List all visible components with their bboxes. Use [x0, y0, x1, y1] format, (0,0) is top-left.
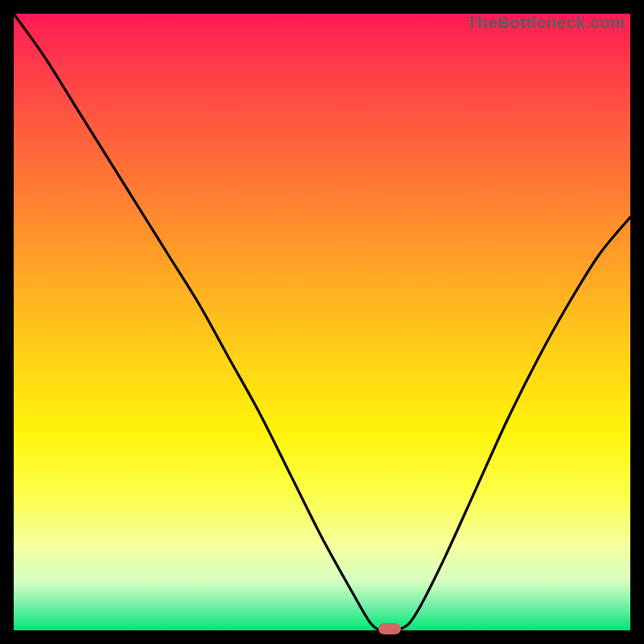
chart-frame: TheBottleneck.com — [0, 0, 644, 644]
plot-area: TheBottleneck.com — [14, 14, 630, 630]
bottleneck-curve — [14, 14, 630, 630]
curve-path — [14, 14, 630, 631]
optimal-marker — [378, 623, 401, 634]
